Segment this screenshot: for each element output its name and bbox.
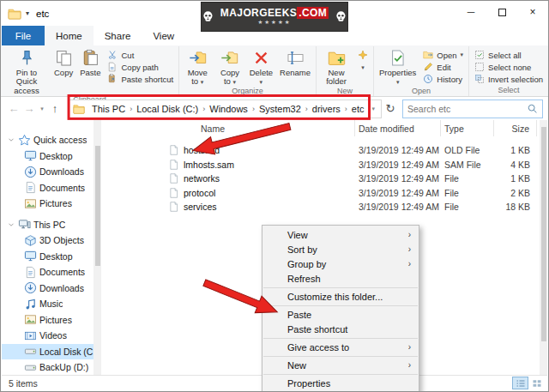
column-header-name[interactable]: Name xyxy=(101,120,355,136)
menu-item-sort-by[interactable]: Sort by› xyxy=(262,242,419,256)
sidebar-item-videos[interactable]: Videos xyxy=(2,328,94,344)
tab-file[interactable]: File xyxy=(2,26,45,45)
sidebar-item-documents[interactable]: Documents xyxy=(2,264,94,280)
sidebar-item-pictures[interactable]: Pictures xyxy=(2,196,94,212)
sidebar-item-quick-access[interactable]: Quick access xyxy=(2,132,94,148)
watermark-tld: .COM xyxy=(297,7,329,19)
column-header-date-modified[interactable]: Date modified xyxy=(355,120,441,136)
new-folder-button[interactable]: New folder xyxy=(318,46,354,87)
file-row-hosts-old[interactable]: hosts.old3/19/2019 12:49 AMOLD File1 KB xyxy=(101,143,540,158)
column-header-size[interactable]: Size xyxy=(494,120,537,136)
sidebar-item-label: Downloads xyxy=(39,283,84,293)
delete-button[interactable]: Delete ▾ xyxy=(246,46,276,87)
chevron-down-icon[interactable] xyxy=(7,136,15,144)
column-header-type[interactable]: Type xyxy=(441,120,494,136)
breadcrumb-item-windows[interactable]: Windows xyxy=(205,104,252,114)
menu-item-new[interactable]: New› xyxy=(262,358,419,372)
menu-item-refresh[interactable]: Refresh xyxy=(262,271,419,286)
paste-shortcut-button[interactable]: Paste shortcut xyxy=(104,73,177,85)
sidebar-item-downloads[interactable]: Downloads xyxy=(2,280,94,297)
forward-button[interactable]: → xyxy=(21,102,37,115)
button-label: Properties xyxy=(379,68,416,77)
sidebar-item-music[interactable]: Music xyxy=(2,296,94,312)
sidebar-item-pictures[interactable]: Pictures xyxy=(2,312,94,329)
paste-button[interactable]: Paste xyxy=(76,46,104,95)
scissors-icon xyxy=(107,50,118,60)
menu-item-paste-shortcut[interactable]: Paste shortcut xyxy=(262,322,419,336)
recent-locations-dropdown-icon[interactable]: ▾ xyxy=(37,106,47,112)
breadcrumb-item-system32[interactable]: System32 xyxy=(255,104,305,114)
new-item-button[interactable]: ▾ xyxy=(354,46,371,87)
address-dropdown-icon[interactable]: ▾ xyxy=(369,106,379,112)
search-icon[interactable] xyxy=(527,103,538,114)
search-box[interactable] xyxy=(402,100,543,118)
cut-button[interactable]: Cut xyxy=(104,49,177,61)
move-to-button[interactable]: Move to ▾ xyxy=(181,46,214,87)
maximize-button[interactable] xyxy=(486,1,517,23)
copy-button[interactable]: Copy xyxy=(51,46,76,95)
rename-button[interactable]: Rename xyxy=(276,46,314,87)
copy-path-button[interactable]: Copy path xyxy=(104,61,177,73)
sidebar-item-documents[interactable]: Documents xyxy=(2,180,94,196)
quick-access-toolbar-dropdown-icon[interactable]: ▾ xyxy=(26,9,29,17)
scrollbar-thumb[interactable] xyxy=(95,146,100,266)
edit-button[interactable]: Edit xyxy=(419,61,467,73)
sidebar-scrollbar[interactable] xyxy=(94,120,101,375)
menu-item-group-by[interactable]: Group by› xyxy=(262,256,419,271)
close-button[interactable]: × xyxy=(517,1,548,23)
ribbon: Pin to Quick access Copy Paste Cut Copy … xyxy=(1,45,548,97)
sidebar-item-desktop[interactable]: Desktop xyxy=(2,249,94,265)
sidebar-item-3d-objects[interactable]: 3D Objects xyxy=(2,232,94,249)
dropdown-arrow-icon: ▾ xyxy=(260,79,263,85)
details-view-button[interactable] xyxy=(512,377,528,389)
tab-home[interactable]: Home xyxy=(45,26,94,45)
list-scrollbar[interactable] xyxy=(540,120,547,375)
open-button[interactable]: Open ▾ xyxy=(419,49,467,61)
breadcrumb-item-etc[interactable]: etc xyxy=(347,104,369,114)
sidebar-item-downloads[interactable]: Downloads xyxy=(2,164,94,180)
file-size: 1 KB xyxy=(494,145,537,155)
properties-button[interactable]: Properties ▾ xyxy=(376,46,419,87)
refresh-button[interactable]: ↻ xyxy=(382,102,399,115)
menu-item-properties[interactable]: Properties xyxy=(262,376,419,390)
menu-item-paste[interactable]: Paste xyxy=(262,307,419,322)
paste-icon xyxy=(81,49,100,67)
scrollbar-thumb[interactable] xyxy=(541,127,546,341)
copy-to-button[interactable]: Copy to ▾ xyxy=(214,46,245,87)
file-icon xyxy=(168,172,179,184)
sidebar-item-backup-d[interactable]: BackUp (D:) xyxy=(2,359,94,375)
menu-item-give-access-to[interactable]: Give access to› xyxy=(262,340,419,354)
history-button[interactable]: History xyxy=(419,73,467,85)
button-label: History xyxy=(437,75,462,84)
address-box[interactable]: This PC›Local Disk (C:)›Windows›System32… xyxy=(68,100,382,118)
menu-item-view[interactable]: View› xyxy=(262,227,419,242)
select-none-button[interactable]: Select none xyxy=(471,61,546,73)
back-button[interactable]: ← xyxy=(6,102,21,115)
breadcrumb-item-this-pc[interactable]: This PC xyxy=(87,104,130,114)
minimize-button[interactable]: ─ xyxy=(455,1,486,23)
chevron-down-icon[interactable] xyxy=(7,220,15,229)
invert-selection-button[interactable]: Invert selection xyxy=(471,73,546,85)
dropdown-arrow-icon: ▾ xyxy=(396,79,400,85)
button-label: Open xyxy=(437,51,456,60)
submenu-arrow-icon: › xyxy=(408,360,411,370)
pin-to-quick-access-button[interactable]: Pin to Quick access xyxy=(3,46,51,95)
large-icons-view-button[interactable] xyxy=(528,377,545,389)
sidebar-item-local-disk-c[interactable]: Local Disk (C:) xyxy=(2,344,94,360)
file-date: 3/19/2019 12:49 AM xyxy=(355,188,441,198)
file-row-protocol[interactable]: protocol3/19/2019 12:49 AMFile2 KB xyxy=(101,186,540,201)
breadcrumb-item-local-disk-c[interactable]: Local Disk (C:) xyxy=(132,104,202,114)
breadcrumb-item-drivers[interactable]: drivers xyxy=(308,104,345,114)
sidebar-item-desktop[interactable]: Desktop xyxy=(2,148,94,165)
file-row-lmhosts-sam[interactable]: lmhosts.sam3/19/2019 12:49 AMSAM File4 K… xyxy=(101,158,540,172)
up-button[interactable]: ↑ xyxy=(47,102,63,115)
file-row-services[interactable]: services3/19/2019 12:49 AMFile18 KB xyxy=(101,200,540,214)
tab-share[interactable]: Share xyxy=(94,26,142,45)
watermark-name: MAJORGEEKS xyxy=(220,7,297,19)
search-input[interactable] xyxy=(407,104,527,114)
select-all-button[interactable]: Select all xyxy=(471,49,546,61)
tab-view[interactable]: View xyxy=(142,26,185,45)
menu-item-customize-this-folder[interactable]: Customize this folder... xyxy=(262,289,419,304)
sidebar-item-this-pc[interactable]: This PC xyxy=(2,217,94,233)
file-row-networks[interactable]: networks3/19/2019 12:49 AMFile1 KB xyxy=(101,172,540,186)
